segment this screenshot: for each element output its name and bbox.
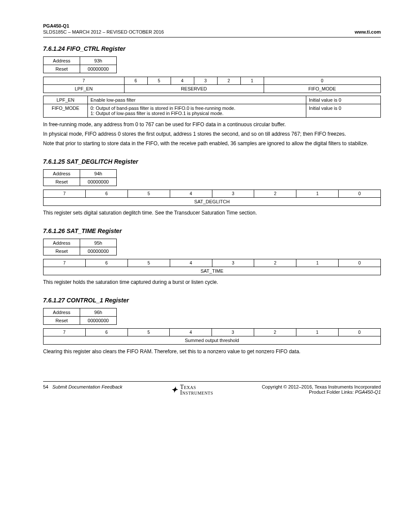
product-line: Product Folder Links:	[309, 389, 354, 395]
bit-field: FIFO_MODE	[264, 84, 380, 93]
bitmap-table: 76543210LPF_ENRESERVEDFIFO_MODE	[43, 77, 381, 93]
bit-number: 1	[296, 259, 339, 267]
register-section: 7.6.1.24 FIFO_CTRL RegisterAddress93hRes…	[43, 45, 381, 147]
bit-number: 3	[212, 259, 254, 267]
reset-value: 00000000	[80, 178, 117, 186]
bit-number: 1	[296, 190, 339, 198]
bit-number: 5	[128, 259, 170, 267]
ti-logo: ✦ Texas Instruments	[171, 384, 213, 396]
bit-number: 3	[194, 77, 217, 84]
section-title: 7.6.1.25 SAT_DEGLITCH Register	[43, 158, 381, 165]
section-description: In free-running mode, any address from 0…	[43, 121, 381, 147]
bit-number: 5	[147, 77, 171, 84]
reset-value: 00000000	[80, 317, 117, 325]
field-desc-table: LPF_ENEnable low-pass filterInitial valu…	[43, 96, 381, 118]
bit-number: 5	[128, 329, 170, 336]
bit-field: Summed output threshold	[44, 336, 381, 345]
section-title: 7.6.1.24 FIFO_CTRL Register	[43, 45, 381, 52]
submit-feedback-link[interactable]: Submit Documentation Feedback	[52, 384, 122, 389]
bit-number: 3	[212, 190, 254, 198]
bit-number: 1	[240, 77, 264, 84]
bit-number: 0	[338, 329, 380, 336]
register-section: 7.6.1.26 SAT_TIME RegisterAddress95hRese…	[43, 227, 381, 286]
addr-label: Address	[44, 170, 80, 178]
reset-label: Reset	[44, 178, 80, 186]
register-meta-table: Address93hReset00000000	[43, 56, 117, 73]
field-desc: 0: Output of band-pass filter is stored …	[88, 104, 306, 117]
reset-value: 00000000	[80, 65, 117, 73]
bit-number: 1	[296, 329, 338, 336]
register-meta-table: Address94hReset00000000	[43, 169, 117, 186]
reset-label: Reset	[44, 317, 80, 325]
reset-value: 00000000	[80, 247, 117, 255]
ti-logo-icon: ✦	[171, 385, 177, 395]
bit-number: 7	[44, 77, 125, 84]
section-description: This register holds the saturation time …	[43, 279, 381, 286]
desc-paragraph: Clearing this register also clears the F…	[43, 348, 381, 355]
section-title: 7.6.1.27 CONTROL_1 Register	[43, 297, 381, 304]
bit-field: SAT_TIME	[44, 267, 381, 275]
bit-number: 5	[128, 190, 170, 198]
reset-label: Reset	[44, 247, 80, 255]
bit-number: 6	[85, 329, 128, 336]
bit-number: 4	[171, 77, 194, 84]
bit-number: 7	[44, 329, 86, 336]
field-reset: Initial value is 0	[306, 104, 381, 117]
part-number-link[interactable]: PGA450-Q1	[43, 23, 69, 28]
addr-value: 93h	[80, 56, 117, 65]
desc-paragraph: In physical mode, FIFO address 0 stores …	[43, 131, 381, 137]
field-name: FIFO_MODE	[44, 104, 88, 117]
sections-container: 7.6.1.24 FIFO_CTRL RegisterAddress93hRes…	[43, 45, 381, 355]
bit-number: 2	[254, 329, 296, 336]
bit-number: 6	[85, 190, 128, 198]
bitmap-table: 76543210SAT_DEGLITCH	[43, 190, 381, 206]
desc-paragraph: This register sets digital saturation de…	[43, 209, 381, 216]
section-title: 7.6.1.26 SAT_TIME Register	[43, 227, 381, 234]
field-name: LPF_EN	[44, 96, 88, 104]
copyright-text: Copyright © 2012–2016, Texas Instruments…	[262, 384, 381, 389]
bit-number: 0	[339, 190, 381, 198]
field-reset: Initial value is 0	[306, 96, 381, 104]
desc-paragraph: In free-running mode, any address from 0…	[43, 121, 381, 128]
page-number: 54	[43, 384, 48, 389]
field-desc: Enable low-pass filter	[88, 96, 306, 104]
register-meta-table: Address95hReset00000000	[43, 239, 117, 255]
bitmap-table: 76543210Summed output threshold	[43, 328, 381, 345]
bit-field: SAT_DEGLITCH	[44, 198, 381, 206]
bit-number: 3	[212, 329, 254, 336]
addr-label: Address	[44, 308, 80, 317]
bit-number: 6	[124, 77, 147, 84]
bit-number: 4	[170, 329, 212, 336]
doc-id: SLDS185C – MARCH 2012 – REVISED OCTOBER …	[43, 29, 164, 34]
page-footer: 54 Submit Documentation Feedback ✦ Texas…	[43, 384, 381, 396]
bit-field: RESERVED	[124, 84, 264, 93]
addr-value: 94h	[80, 170, 117, 178]
bit-number: 7	[44, 190, 86, 198]
section-description: Clearing this register also clears the F…	[43, 348, 381, 355]
bit-field: LPF_EN	[44, 84, 125, 93]
bit-number: 4	[170, 190, 212, 198]
register-meta-table: Address96hReset00000000	[43, 308, 117, 325]
bit-number: 4	[170, 259, 212, 267]
register-section: 7.6.1.25 SAT_DEGLITCH RegisterAddress94h…	[43, 158, 381, 216]
desc-paragraph: Note that prior to starting to store dat…	[43, 140, 381, 147]
bit-number: 0	[264, 77, 380, 84]
site-link[interactable]: www.ti.com	[355, 29, 381, 34]
addr-value: 96h	[80, 308, 117, 317]
addr-label: Address	[44, 239, 80, 247]
section-description: This register sets digital saturation de…	[43, 209, 381, 216]
bit-number: 0	[339, 259, 381, 267]
product-link[interactable]: PGA450-Q1	[355, 389, 381, 395]
bit-number: 2	[217, 77, 240, 84]
bit-number: 2	[254, 190, 296, 198]
addr-value: 95h	[80, 239, 117, 247]
bitmap-table: 76543210SAT_TIME	[43, 259, 381, 275]
addr-label: Address	[44, 56, 80, 65]
register-section: 7.6.1.27 CONTROL_1 RegisterAddress96hRes…	[43, 297, 381, 355]
desc-paragraph: This register holds the saturation time …	[43, 279, 381, 286]
reset-label: Reset	[44, 65, 80, 73]
bit-number: 7	[44, 259, 86, 267]
bit-number: 6	[85, 259, 128, 267]
bit-number: 2	[254, 259, 296, 267]
